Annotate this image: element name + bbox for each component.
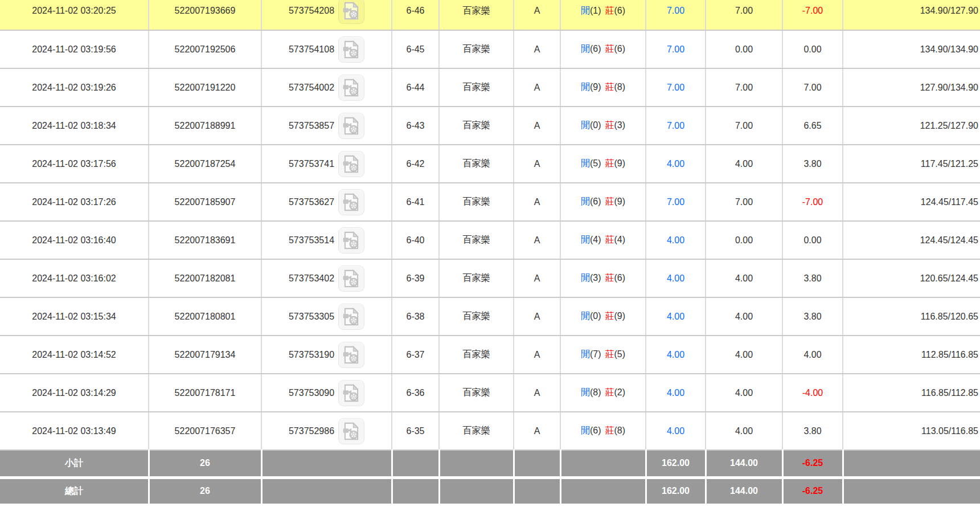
round-no: 6-37 [392,336,439,374]
balance: 124.45/124.45 [843,221,980,259]
empty-cell [439,450,514,477]
player-label: 閒 [581,44,590,54]
balance: 134.90/127.90 [843,0,980,30]
table-code: A [514,412,560,450]
round-id: 573753402 [289,273,334,284]
video-file-icon[interactable] [338,418,364,444]
game-name: 百家樂 [439,336,514,374]
round-id: 573753857 [289,121,334,131]
bet-amount: 4.00 [646,336,706,374]
subtotal-valid-bet: 144.00 [706,450,782,477]
video-file-icon[interactable] [338,227,364,254]
win-loss: 3.80 [782,259,843,297]
table-code: A [514,68,560,107]
game-name: 百家樂 [439,259,514,297]
order-id: 522007178171 [149,374,261,412]
bet-history-table: 2024-11-02 03:20:25 522007193669 5737542… [0,0,980,506]
bet-amount: 4.00 [646,259,706,297]
round-no: 6-41 [392,183,439,221]
bet-amount: 7.00 [646,183,706,221]
valid-bet: 4.00 [706,374,782,412]
bet-amount: 4.00 [646,412,706,450]
video-file-icon[interactable] [338,304,364,330]
table-row: 2024-11-02 03:14:52 522007179134 5737531… [0,336,980,374]
round-id-cell: 573754002 [261,68,392,107]
player-score: (9) [590,82,601,92]
bet-amount: 4.00 [646,145,706,183]
video-file-icon[interactable] [338,0,364,24]
video-file-icon[interactable] [338,189,364,215]
valid-bet: 4.00 [706,412,782,450]
bet-time: 2024-11-02 03:14:29 [0,374,149,412]
valid-bet: 4.00 [706,145,782,183]
round-cell: 573753305 [262,304,391,330]
video-file-icon[interactable] [338,265,364,292]
game-name: 百家樂 [439,68,514,107]
game-name: 百家樂 [439,145,514,183]
player-label: 閒 [581,235,590,244]
round-id: 573753514 [289,235,334,246]
valid-bet: 7.00 [706,107,782,145]
win-loss: 7.00 [782,68,843,107]
empty-cell [392,477,439,505]
bet-time: 2024-11-02 03:15:34 [0,297,149,336]
banker-score: (2) [614,387,626,397]
win-loss: -7.00 [782,0,843,30]
bet-time: 2024-11-02 03:20:25 [0,0,149,30]
bet-time: 2024-11-02 03:16:02 [0,259,149,297]
round-cell: 573753190 [262,342,391,368]
game-result: 閒(9)莊(8) [560,68,646,107]
round-id-cell: 573753741 [261,145,392,183]
game-name: 百家樂 [439,183,514,221]
empty-cell [392,450,439,477]
round-cell: 573753514 [262,227,391,254]
order-id: 522007191220 [149,68,261,107]
table-row: 2024-11-02 03:13:49 522007176357 5737529… [0,412,980,450]
banker-label: 莊 [605,44,614,54]
video-file-icon[interactable] [338,151,364,177]
round-id-cell: 573753190 [261,336,392,374]
win-loss: 3.80 [782,297,843,336]
banker-score: (9) [614,197,626,206]
summary-net: -6.25 [782,450,843,477]
bet-amount: 7.00 [646,30,706,68]
video-file-icon[interactable] [338,113,364,139]
player-label: 閒 [581,82,590,92]
video-file-icon[interactable] [338,75,364,101]
round-no: 6-45 [392,30,439,68]
valid-bet: 4.00 [706,336,782,374]
table-row: 2024-11-02 03:20:25 522007193669 5737542… [0,0,980,30]
round-id: 573754208 [289,6,334,16]
video-file-icon[interactable] [338,380,364,406]
empty-cell [514,477,560,505]
round-cell: 573752986 [262,418,391,444]
summary-net: -6.25 [782,477,843,505]
bet-amount: 7.00 [646,0,706,30]
video-file-icon[interactable] [338,342,364,368]
video-file-icon[interactable] [338,36,364,63]
round-no: 6-38 [392,297,439,336]
game-name: 百家樂 [439,297,514,336]
banker-label: 莊 [605,311,614,321]
player-label: 閒 [581,387,590,397]
empty-cell [439,477,514,505]
balance: 112.85/116.85 [843,336,980,374]
bet-time: 2024-11-02 03:17:56 [0,145,149,183]
banker-score: (9) [614,311,626,321]
table-code: A [514,183,560,221]
valid-bet: 0.00 [706,221,782,259]
round-id: 573754002 [289,83,334,93]
bet-time: 2024-11-02 03:19:56 [0,30,149,68]
total-count: 26 [149,477,261,505]
banker-label: 莊 [605,235,614,244]
bet-time: 2024-11-02 03:16:40 [0,221,149,259]
balance: 113.05/116.85 [843,412,980,450]
game-name: 百家樂 [439,30,514,68]
subtotal-row: 小計 26 162.00 144.00 -6.25 [0,450,980,477]
table-row: 2024-11-02 03:17:56 522007187254 5737537… [0,145,980,183]
order-id: 522007192506 [149,30,261,68]
round-id-cell: 573753627 [261,183,392,221]
valid-bet: 0.00 [706,30,782,68]
table-row: 2024-11-02 03:14:29 522007178171 5737530… [0,374,980,412]
empty-cell [514,450,560,477]
